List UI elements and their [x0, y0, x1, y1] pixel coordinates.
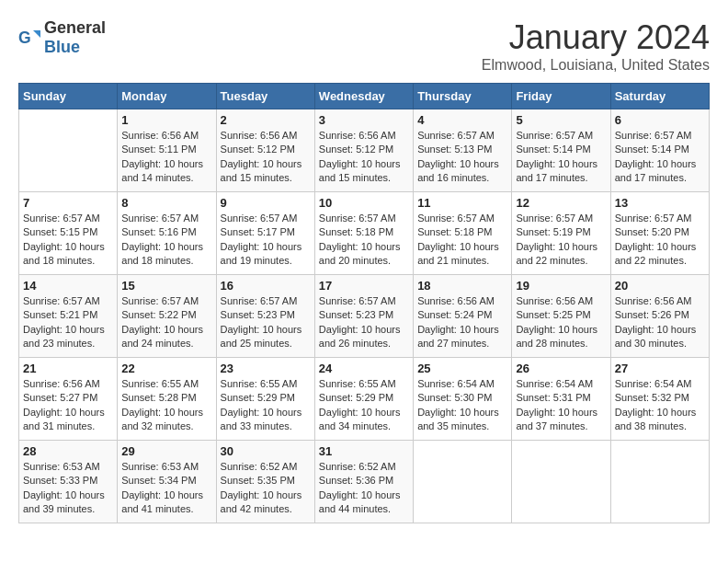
- calendar-cell: 14Sunrise: 6:57 AMSunset: 5:21 PMDayligh…: [19, 275, 118, 358]
- calendar-week-5: 28Sunrise: 6:53 AMSunset: 5:33 PMDayligh…: [19, 441, 710, 523]
- header-tuesday: Tuesday: [216, 84, 314, 109]
- day-info: Sunrise: 6:57 AMSunset: 5:14 PMDaylight:…: [615, 129, 705, 186]
- day-info: Sunrise: 6:52 AMSunset: 5:35 PMDaylight:…: [221, 460, 311, 517]
- calendar-cell: 16Sunrise: 6:57 AMSunset: 5:23 PMDayligh…: [216, 275, 314, 358]
- day-number: 25: [417, 362, 507, 375]
- day-number: 12: [516, 196, 606, 210]
- calendar-cell: 29Sunrise: 6:53 AMSunset: 5:34 PMDayligh…: [118, 441, 216, 523]
- day-number: 16: [221, 279, 311, 293]
- calendar-cell: 8Sunrise: 6:57 AMSunset: 5:16 PMDaylight…: [118, 192, 216, 275]
- day-number: 4: [417, 113, 507, 127]
- day-number: 3: [319, 113, 409, 127]
- calendar-header: Sunday Monday Tuesday Wednesday Thursday…: [19, 84, 710, 109]
- day-number: 27: [615, 362, 705, 375]
- day-info: Sunrise: 6:57 AMSunset: 5:21 PMDaylight:…: [23, 294, 113, 351]
- header: G General Blue January 2024 Elmwood, Lou…: [18, 18, 710, 74]
- day-number: 18: [417, 279, 507, 293]
- day-info: Sunrise: 6:55 AMSunset: 5:28 PMDaylight:…: [121, 377, 211, 434]
- day-number: 24: [319, 362, 409, 375]
- day-info: Sunrise: 6:56 AMSunset: 5:24 PMDaylight:…: [417, 294, 507, 351]
- day-number: 22: [121, 362, 211, 375]
- day-info: Sunrise: 6:57 AMSunset: 5:13 PMDaylight:…: [417, 129, 507, 186]
- day-number: 28: [23, 444, 113, 458]
- day-info: Sunrise: 6:52 AMSunset: 5:36 PMDaylight:…: [319, 460, 409, 517]
- day-info: Sunrise: 6:56 AMSunset: 5:12 PMDaylight:…: [221, 129, 311, 186]
- calendar-cell: 31Sunrise: 6:52 AMSunset: 5:36 PMDayligh…: [314, 441, 413, 523]
- day-info: Sunrise: 6:56 AMSunset: 5:27 PMDaylight:…: [23, 377, 113, 434]
- calendar-cell: 11Sunrise: 6:57 AMSunset: 5:18 PMDayligh…: [414, 192, 512, 275]
- day-number: 14: [23, 279, 113, 293]
- header-saturday: Saturday: [610, 84, 709, 109]
- logo-general-text: General: [44, 18, 106, 37]
- day-info: Sunrise: 6:57 AMSunset: 5:23 PMDaylight:…: [319, 294, 409, 351]
- day-number: 20: [615, 279, 705, 293]
- calendar-cell: 19Sunrise: 6:56 AMSunset: 5:25 PMDayligh…: [512, 275, 610, 358]
- calendar-cell: 2Sunrise: 6:56 AMSunset: 5:12 PMDaylight…: [216, 109, 314, 192]
- calendar-cell: 17Sunrise: 6:57 AMSunset: 5:23 PMDayligh…: [314, 275, 413, 358]
- calendar-cell: 25Sunrise: 6:54 AMSunset: 5:30 PMDayligh…: [414, 358, 512, 441]
- day-info: Sunrise: 6:56 AMSunset: 5:11 PMDaylight:…: [121, 129, 211, 186]
- calendar-subtitle: Elmwood, Louisiana, United States: [482, 57, 710, 74]
- calendar-table: Sunday Monday Tuesday Wednesday Thursday…: [18, 83, 710, 523]
- day-number: 23: [221, 362, 311, 375]
- day-info: Sunrise: 6:56 AMSunset: 5:26 PMDaylight:…: [615, 294, 705, 351]
- day-info: Sunrise: 6:55 AMSunset: 5:29 PMDaylight:…: [319, 377, 409, 434]
- svg-marker-1: [33, 30, 40, 38]
- day-info: Sunrise: 6:57 AMSunset: 5:22 PMDaylight:…: [121, 294, 211, 351]
- day-number: 6: [615, 113, 705, 127]
- calendar-cell: 10Sunrise: 6:57 AMSunset: 5:18 PMDayligh…: [314, 192, 413, 275]
- day-number: 2: [221, 113, 311, 127]
- calendar-week-1: 1Sunrise: 6:56 AMSunset: 5:11 PMDaylight…: [19, 109, 710, 192]
- calendar-cell: 23Sunrise: 6:55 AMSunset: 5:29 PMDayligh…: [216, 358, 314, 441]
- calendar-cell: 3Sunrise: 6:56 AMSunset: 5:12 PMDaylight…: [314, 109, 413, 192]
- day-info: Sunrise: 6:53 AMSunset: 5:33 PMDaylight:…: [23, 460, 113, 517]
- day-number: 11: [417, 196, 507, 210]
- calendar-cell: 27Sunrise: 6:54 AMSunset: 5:32 PMDayligh…: [610, 358, 709, 441]
- header-monday: Monday: [118, 84, 216, 109]
- calendar-cell: 26Sunrise: 6:54 AMSunset: 5:31 PMDayligh…: [512, 358, 610, 441]
- day-number: 13: [615, 196, 705, 210]
- day-info: Sunrise: 6:57 AMSunset: 5:17 PMDaylight:…: [221, 212, 311, 269]
- calendar-cell: 15Sunrise: 6:57 AMSunset: 5:22 PMDayligh…: [118, 275, 216, 358]
- calendar-cell: 13Sunrise: 6:57 AMSunset: 5:20 PMDayligh…: [610, 192, 709, 275]
- calendar-cell: 12Sunrise: 6:57 AMSunset: 5:19 PMDayligh…: [512, 192, 610, 275]
- day-info: Sunrise: 6:57 AMSunset: 5:15 PMDaylight:…: [23, 212, 113, 269]
- day-info: Sunrise: 6:57 AMSunset: 5:18 PMDaylight:…: [319, 212, 409, 269]
- calendar-week-2: 7Sunrise: 6:57 AMSunset: 5:15 PMDaylight…: [19, 192, 710, 275]
- day-number: 26: [516, 362, 606, 375]
- calendar-week-3: 14Sunrise: 6:57 AMSunset: 5:21 PMDayligh…: [19, 275, 710, 358]
- header-sunday: Sunday: [19, 84, 118, 109]
- calendar-body: 1Sunrise: 6:56 AMSunset: 5:11 PMDaylight…: [19, 109, 710, 523]
- calendar-cell: 5Sunrise: 6:57 AMSunset: 5:14 PMDaylight…: [512, 109, 610, 192]
- day-number: 7: [23, 196, 113, 210]
- logo-blue-text: Blue: [44, 38, 80, 56]
- header-wednesday: Wednesday: [314, 84, 413, 109]
- calendar-cell: 6Sunrise: 6:57 AMSunset: 5:14 PMDaylight…: [610, 109, 709, 192]
- calendar-cell: 4Sunrise: 6:57 AMSunset: 5:13 PMDaylight…: [414, 109, 512, 192]
- calendar-cell: [414, 441, 512, 523]
- calendar-cell: 24Sunrise: 6:55 AMSunset: 5:29 PMDayligh…: [314, 358, 413, 441]
- day-info: Sunrise: 6:57 AMSunset: 5:23 PMDaylight:…: [221, 294, 311, 351]
- day-info: Sunrise: 6:54 AMSunset: 5:32 PMDaylight:…: [615, 377, 705, 434]
- day-info: Sunrise: 6:56 AMSunset: 5:25 PMDaylight:…: [516, 294, 606, 351]
- calendar-cell: 22Sunrise: 6:55 AMSunset: 5:28 PMDayligh…: [118, 358, 216, 441]
- day-number: 9: [221, 196, 311, 210]
- header-friday: Friday: [512, 84, 610, 109]
- day-number: 10: [319, 196, 409, 210]
- day-number: 19: [516, 279, 606, 293]
- day-info: Sunrise: 6:54 AMSunset: 5:31 PMDaylight:…: [516, 377, 606, 434]
- day-number: 30: [221, 444, 311, 458]
- logo-icon: G: [18, 27, 40, 49]
- calendar-cell: 18Sunrise: 6:56 AMSunset: 5:24 PMDayligh…: [414, 275, 512, 358]
- calendar-cell: 7Sunrise: 6:57 AMSunset: 5:15 PMDaylight…: [19, 192, 118, 275]
- day-number: 17: [319, 279, 409, 293]
- day-number: 21: [23, 362, 113, 375]
- day-info: Sunrise: 6:55 AMSunset: 5:29 PMDaylight:…: [221, 377, 311, 434]
- day-number: 15: [121, 279, 211, 293]
- header-thursday: Thursday: [414, 84, 512, 109]
- calendar-cell: 1Sunrise: 6:56 AMSunset: 5:11 PMDaylight…: [118, 109, 216, 192]
- calendar-cell: 30Sunrise: 6:52 AMSunset: 5:35 PMDayligh…: [216, 441, 314, 523]
- calendar-cell: [19, 109, 118, 192]
- svg-text:G: G: [18, 29, 31, 47]
- day-info: Sunrise: 6:54 AMSunset: 5:30 PMDaylight:…: [417, 377, 507, 434]
